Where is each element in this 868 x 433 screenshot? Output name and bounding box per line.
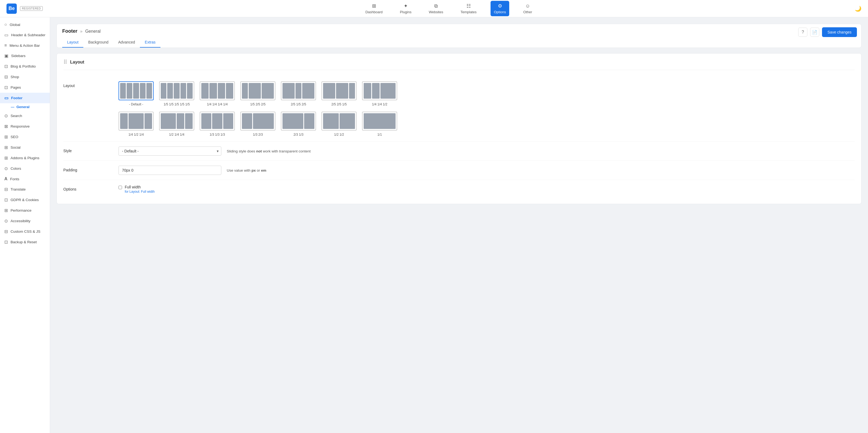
- sidebar-item-fonts[interactable]: A Fonts: [0, 174, 50, 184]
- layout-option-2-3-1-3[interactable]: 2/3 1/3: [281, 112, 316, 136]
- layout-col: [161, 113, 176, 129]
- layout-option-label-1-5: 1/5 1/5 1/5 1/5 1/5: [164, 102, 190, 106]
- sidebar-item-blog-portfolio[interactable]: ⊡ Blog & Portfolio: [0, 61, 50, 72]
- layout-col: [340, 113, 355, 129]
- layout-col: [242, 83, 248, 99]
- nav-other[interactable]: ☺ Other: [520, 1, 535, 16]
- sidebar-sidebars-label: Sidebars: [11, 54, 25, 58]
- sidebar-item-colors[interactable]: ⊙ Colors: [0, 163, 50, 174]
- nav-templates[interactable]: ☷ Templates: [457, 1, 480, 16]
- sidebar-item-sidebars[interactable]: ▣ Sidebars: [0, 51, 50, 61]
- tab-extras[interactable]: Extras: [140, 37, 160, 47]
- help-button[interactable]: ?: [798, 28, 807, 37]
- layout-preview-1-5: [159, 81, 194, 100]
- layout-option-label-1-4: 1/4 1/4 1/4 1/4: [207, 102, 228, 106]
- layout-option-1-4-1-2-1-4[interactable]: 1/4 1/2 1/4: [119, 112, 154, 136]
- tabs-row: Layout Background Advanced Extras: [62, 37, 856, 47]
- padding-note: Use value with px or em: [227, 168, 266, 172]
- layout-col: [201, 113, 211, 129]
- layout-option-label-default: - Default -: [129, 102, 144, 106]
- padding-input[interactable]: [119, 166, 221, 175]
- layout-col: [145, 113, 152, 129]
- layout-col: [242, 113, 252, 129]
- style-select[interactable]: - Default - Sliding: [119, 146, 221, 156]
- layout-option-1-5[interactable]: 1/5 1/5 1/5 1/5 1/5: [159, 81, 194, 106]
- sidebar-fonts-label: Fonts: [10, 177, 20, 181]
- full-width-sub: for Layout: Full width: [125, 190, 155, 194]
- layout-col: [282, 113, 303, 129]
- layout-option-2-5-2-5-1-5[interactable]: 2/5 2/5 1/5: [321, 81, 356, 106]
- sidebar-item-global[interactable]: ○ Global: [0, 20, 50, 30]
- full-width-checkbox[interactable]: [119, 186, 122, 189]
- full-width-label[interactable]: Full width: [125, 185, 141, 189]
- sidebar-item-translate[interactable]: ⊟ Translate: [0, 184, 50, 195]
- sidebar-sub-general[interactable]: — General: [0, 103, 50, 110]
- section-header: ⠿ Layout: [63, 59, 855, 70]
- layout-option-1-4[interactable]: 1/4 1/4 1/4 1/4: [200, 81, 235, 106]
- layout-grid-row2: 1/4 1/2 1/4 1/2 1/4 1/4: [119, 112, 855, 136]
- tab-advanced[interactable]: Advanced: [113, 37, 140, 47]
- layout-col: [336, 83, 348, 99]
- sidebar-item-pages[interactable]: ⊡ Pages: [0, 82, 50, 93]
- layout-option-1-3-1-3-1-3[interactable]: 1/3 1/3 1/3: [200, 112, 235, 136]
- save-changes-button[interactable]: Save changes: [822, 27, 857, 37]
- theme-toggle-icon[interactable]: 🌙: [855, 5, 862, 12]
- layout-col: [349, 83, 355, 99]
- layout-option-default[interactable]: - Default -: [119, 81, 154, 106]
- sidebar-item-accessibility[interactable]: ⊙ Accessibility: [0, 216, 50, 226]
- layout-col: [372, 83, 380, 99]
- sidebar-item-backup-reset[interactable]: ⊡ Backup & Reset: [0, 237, 50, 247]
- addons-icon: ⊞: [4, 156, 8, 161]
- layout-option-1-1[interactable]: 1/1: [362, 112, 397, 136]
- page-header: Footer » General Layout Background Advan…: [57, 24, 862, 48]
- layout-preview-1-4-1-2-1-4: [119, 112, 154, 131]
- registered-badge: REGISTERED: [20, 6, 43, 11]
- sidebar-item-shop[interactable]: ⊟ Shop: [0, 72, 50, 82]
- sidebar-item-performance[interactable]: ⊞ Performance: [0, 205, 50, 216]
- nav-dashboard[interactable]: ⊞ Dashboard: [362, 1, 386, 16]
- layout-col: [210, 83, 217, 99]
- layout-option-1-4-1-4-1-2[interactable]: 1/4 1/4 1/2: [362, 81, 397, 106]
- main-content: Footer » General Layout Background Advan…: [50, 17, 868, 433]
- sidebar-item-footer[interactable]: ▭ Footer: [0, 93, 50, 103]
- sidebar-item-responsive[interactable]: ⊠ Responsive: [0, 121, 50, 132]
- layout-option-1-3-2-3[interactable]: 1/3 2/3: [240, 112, 275, 136]
- nav-plugins[interactable]: ✦ Plugins: [397, 1, 415, 16]
- layout-col: [364, 113, 396, 129]
- nav-options-label: Options: [494, 10, 506, 14]
- layout-col: [133, 83, 139, 99]
- breadcrumb-separator: »: [80, 29, 83, 34]
- nav-websites[interactable]: ⧉ Websites: [426, 1, 446, 16]
- nav-options[interactable]: ⚙ Options: [491, 1, 509, 16]
- sidebar-item-gdpr[interactable]: ⊡ GDPR & Cookies: [0, 195, 50, 205]
- tab-background[interactable]: Background: [83, 37, 113, 47]
- tab-layout[interactable]: Layout: [62, 37, 83, 47]
- sidebar-translate-label: Translate: [10, 187, 26, 191]
- docs-button[interactable]: 📄: [810, 28, 819, 37]
- layout-option-1-5-2-5[interactable]: 1/5 2/5 2/5: [240, 81, 275, 106]
- layout-option-1-2-1-2[interactable]: 1/2 1/2: [321, 112, 356, 136]
- sidebar-item-custom-css-js[interactable]: ⊟ Custom CSS & JS: [0, 226, 50, 237]
- sidebar-item-seo[interactable]: ⊞ SEO: [0, 132, 50, 142]
- breadcrumb: Footer » General: [62, 28, 856, 34]
- layout-preview-1-1: [362, 112, 397, 131]
- sidebar-shop-label: Shop: [10, 75, 19, 79]
- sidebar-menu-label: Menu & Action Bar: [9, 43, 40, 47]
- layout-col: [174, 83, 179, 99]
- sidebar-item-header-subheader[interactable]: ▭ Header & Subheader: [0, 30, 50, 40]
- layout-option-1-2-1-4-1-4[interactable]: 1/2 1/4 1/4: [159, 112, 194, 136]
- accessibility-icon: ⊙: [4, 219, 8, 224]
- sidebar-item-addons-plugins[interactable]: ⊞ Addons & Plugins: [0, 153, 50, 163]
- layout-col: [296, 83, 302, 99]
- layout-col: [226, 83, 233, 99]
- pages-icon: ⊡: [4, 85, 8, 90]
- shop-icon: ⊟: [4, 74, 8, 79]
- layout-option-2-5-1-5[interactable]: 2/5 1/5 2/5: [281, 81, 316, 106]
- sidebar-item-menu-action-bar[interactable]: ≡ Menu & Action Bar: [0, 40, 50, 51]
- responsive-icon: ⊠: [4, 124, 8, 129]
- sidebar-global-label: Global: [10, 23, 20, 27]
- sidebar-item-social[interactable]: ⊞ Social: [0, 142, 50, 153]
- sidebar-item-search[interactable]: ⊙ Search: [0, 110, 50, 121]
- padding-control: Use value with px or em: [119, 166, 855, 175]
- style-note-bold: not: [256, 149, 262, 153]
